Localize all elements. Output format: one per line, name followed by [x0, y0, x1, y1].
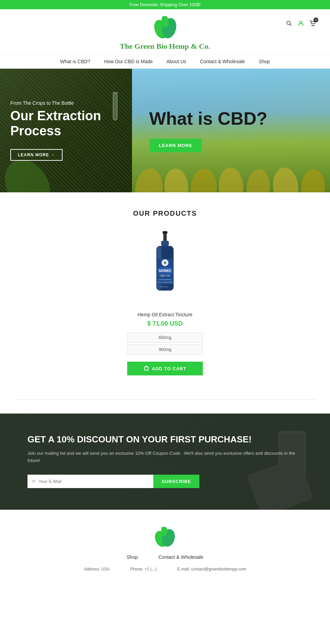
- hero-extraction: From The Crops to The Bottle Our Extract…: [0, 69, 132, 192]
- header-icons: 0: [285, 20, 316, 27]
- nav-what-is-cbd[interactable]: What is CBD?: [60, 59, 90, 64]
- svg-point-3: [312, 25, 312, 26]
- user-icon[interactable]: [297, 20, 305, 27]
- subscribe-button[interactable]: SUBSCRIBE: [153, 475, 199, 488]
- nav-contact[interactable]: Contact & Wholesale: [200, 59, 245, 64]
- add-to-cart-label: ADD TO CART: [152, 366, 186, 371]
- add-to-cart-button[interactable]: ADD TO CART: [127, 362, 203, 375]
- site-header: 0 The Green Bio Hemp & Co.: [0, 9, 330, 54]
- newsletter-text: Join our mailing list and we will send y…: [28, 450, 302, 464]
- product-image: N 600MG CBD OIL CANNABIDIOL 99% PURE CBD…: [131, 231, 199, 307]
- logo[interactable]: The Green Bio Hemp & Co.: [120, 16, 210, 51]
- email-input[interactable]: [38, 475, 149, 488]
- footer-nav-shop[interactable]: Shop: [126, 554, 138, 560]
- svg-point-17: [300, 169, 326, 192]
- cart-count: 0: [314, 18, 318, 22]
- products-title: OUR PRODUCTS: [7, 210, 323, 217]
- svg-text:N: N: [164, 261, 166, 265]
- svg-point-16: [271, 166, 300, 192]
- hero-learn-more-extraction[interactable]: LEARN MORE →: [10, 149, 63, 161]
- promo-text: Free Domestic Shipping Over 100$!: [130, 2, 201, 7]
- nav-how-made[interactable]: How Our CBD is Made: [104, 59, 153, 64]
- email-input-wrapper: ✉: [28, 475, 153, 488]
- hero-left-content: From The Crops to The Bottle Our Extract…: [10, 100, 122, 160]
- footer-nav: Shop Contact & Wholesale: [126, 554, 203, 560]
- svg-text:CANNABIDIOL: CANNABIDIOL: [158, 279, 172, 281]
- svg-rect-20: [161, 241, 169, 246]
- newsletter-form: ✉ SUBSCRIBE: [28, 475, 199, 488]
- hero-section: From The Crops to The Bottle Our Extract…: [0, 69, 330, 192]
- svg-text:NUTRA...: NUTRA...: [161, 286, 169, 288]
- product-name: Hemp Oil Extract Tincture: [127, 312, 203, 317]
- footer-logo-image: [151, 527, 179, 547]
- cart-icon-small: [144, 366, 149, 371]
- products-grid: N 600MG CBD OIL CANNABIDIOL 99% PURE CBD…: [7, 231, 323, 375]
- svg-point-0: [287, 21, 290, 25]
- svg-rect-18: [163, 231, 167, 234]
- hero-learn-more-cbd[interactable]: LEARN MORE: [149, 139, 202, 152]
- footer-address: Address: USA: [84, 567, 110, 572]
- footer-phone: Phone: +1 (...): [130, 567, 156, 572]
- svg-line-1: [290, 24, 292, 26]
- site-footer: Shop Contact & Wholesale Address: USA Ph…: [0, 510, 330, 582]
- newsletter-content: GET A 10% DISCOUNT ON YOUR FIRST PURCHAS…: [28, 434, 302, 488]
- footer-email: E-mail: contact@greenbiohempp.com: [177, 567, 246, 572]
- svg-rect-32: [145, 367, 148, 370]
- footer-nav-contact[interactable]: Contact & Wholesale: [158, 554, 204, 560]
- product-price: $ 71.00 USD: [127, 320, 203, 327]
- logo-image: [151, 16, 179, 40]
- hero-cbd: What is CBD? LEARN MORE: [132, 69, 330, 192]
- cart-icon[interactable]: 0: [309, 20, 316, 27]
- svg-point-14: [218, 167, 244, 192]
- svg-point-4: [314, 25, 314, 26]
- search-icon[interactable]: [285, 20, 293, 27]
- newsletter-title: GET A 10% DISCOUNT ON YOUR FIRST PURCHAS…: [28, 434, 302, 445]
- logo-text: The Green Bio Hemp & Co.: [120, 42, 210, 51]
- svg-text:99% PURE CBD: 99% PURE CBD: [157, 281, 173, 283]
- footer-logo[interactable]: [151, 527, 179, 547]
- hero-left-title: Our Extraction Process: [10, 109, 122, 138]
- newsletter-section: GET A 10% DISCOUNT ON YOUR FIRST PURCHAS…: [0, 414, 330, 510]
- section-divider: [14, 399, 316, 400]
- svg-rect-19: [163, 234, 167, 241]
- promo-banner: Free Domestic Shipping Over 100$!: [0, 0, 330, 9]
- svg-point-12: [163, 168, 190, 192]
- footer-info: Address: USA Phone: +1 (...) E-mail: con…: [84, 567, 246, 572]
- svg-point-15: [245, 168, 271, 192]
- nav-about-us[interactable]: About Us: [166, 59, 186, 64]
- nav-shop[interactable]: Shop: [259, 59, 270, 64]
- svg-point-13: [190, 168, 218, 192]
- product-card: N 600MG CBD OIL CANNABIDIOL 99% PURE CBD…: [127, 231, 203, 375]
- svg-rect-10: [112, 92, 118, 93]
- variant-600mg[interactable]: 600mg: [127, 332, 203, 343]
- main-nav: What is CBD? How Our CBD is Made About U…: [0, 54, 330, 69]
- hero-subtitle: From The Crops to The Bottle: [10, 100, 122, 106]
- products-section: OUR PRODUCTS N: [0, 192, 330, 386]
- svg-text:CBD OIL: CBD OIL: [160, 274, 171, 277]
- product-variants: 600mg 900mg: [127, 332, 203, 355]
- hero-right-content: What is CBD? LEARN MORE: [149, 109, 313, 152]
- hero-right-title: What is CBD?: [149, 109, 313, 128]
- svg-text:600MG: 600MG: [159, 269, 171, 273]
- variant-900mg[interactable]: 900mg: [127, 344, 203, 355]
- email-icon: ✉: [32, 478, 36, 484]
- svg-point-11: [134, 167, 165, 192]
